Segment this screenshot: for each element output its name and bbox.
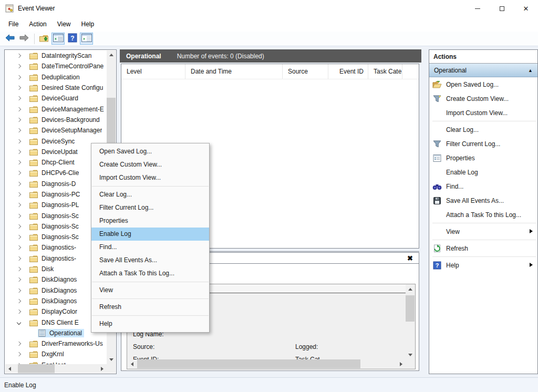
expand-chevron-icon[interactable] — [16, 267, 22, 271]
menu-view[interactable]: View — [52, 18, 76, 30]
tree-item-devicesetupmanager[interactable]: DeviceSetupManager — [5, 125, 107, 136]
action-item-attach-a-task-to-this-log[interactable]: Attach a Task To this Log... — [429, 208, 537, 222]
details-horizontal-scrollbar[interactable] — [128, 359, 406, 368]
expand-chevron-icon[interactable] — [16, 193, 22, 196]
expand-chevron-icon[interactable] — [16, 203, 22, 207]
close-button[interactable]: ✕ — [514, 0, 538, 17]
action-item-properties[interactable]: Properties — [429, 151, 537, 165]
context-menu-item-enable-log[interactable]: Enable Log — [91, 228, 209, 241]
context-menu-item-save-all-events-as[interactable]: Save All Events As... — [91, 254, 209, 267]
tree-hscroll-thumb[interactable] — [18, 364, 55, 373]
column-header-source[interactable]: Source — [283, 64, 328, 79]
context-menu-item-properties[interactable]: Properties — [91, 214, 209, 228]
expand-chevron-icon[interactable] — [16, 161, 22, 164]
details-vertical-scrollbar[interactable] — [406, 285, 415, 359]
tree-item-dataintegrityscan[interactable]: DataIntegrityScan — [5, 50, 107, 61]
scroll-down-arrow-icon[interactable] — [107, 355, 116, 364]
action-item-find[interactable]: Find... — [429, 179, 537, 193]
menu-action[interactable]: Action — [24, 18, 51, 30]
column-header-task-cate-[interactable]: Task Cate... — [368, 64, 402, 79]
expand-chevron-icon[interactable] — [16, 310, 22, 313]
tree-item-desired-state-configu[interactable]: Desired State Configu — [5, 82, 107, 93]
up-one-level-button[interactable] — [37, 33, 50, 45]
menu-file[interactable]: File — [3, 18, 24, 30]
action-item-clear-log[interactable]: Clear Log... — [429, 122, 537, 137]
scroll-up-arrow-icon[interactable] — [107, 50, 116, 59]
collapse-chevron-icon[interactable] — [16, 321, 22, 324]
action-item-help[interactable]: ?Help — [429, 258, 537, 272]
minimize-button[interactable] — [465, 0, 490, 17]
tree-item-deviceguard[interactable]: DeviceGuard — [5, 93, 107, 104]
expand-chevron-icon[interactable] — [16, 342, 22, 345]
tree-item-devicemanagement-e[interactable]: DeviceManagement-E — [5, 104, 107, 114]
expand-chevron-icon[interactable] — [16, 257, 22, 260]
action-item-open-saved-log[interactable]: Open Saved Log... — [429, 77, 537, 91]
show-action-pane-button[interactable] — [80, 33, 93, 45]
action-item-refresh[interactable]: Refresh — [429, 241, 537, 255]
tree-item-driverframeworks-us[interactable]: DriverFrameworks-Us — [5, 338, 107, 349]
column-header-date-and-time[interactable]: Date and Time — [185, 64, 283, 79]
expand-chevron-icon[interactable] — [16, 214, 22, 218]
expand-chevron-icon[interactable] — [16, 235, 22, 239]
context-menu-item-help[interactable]: Help — [91, 317, 209, 331]
scroll-left-arrow-icon[interactable] — [128, 359, 137, 368]
tree-item-datetimecontrolpane[interactable]: DateTimeControlPane — [5, 61, 107, 71]
actions-section-header[interactable]: Operational ▲ — [429, 64, 537, 77]
expand-chevron-icon[interactable] — [16, 300, 22, 303]
expand-chevron-icon[interactable] — [16, 97, 22, 100]
expand-chevron-icon[interactable] — [16, 150, 22, 153]
scroll-left-arrow-icon[interactable] — [5, 364, 14, 373]
expand-chevron-icon[interactable] — [16, 225, 22, 228]
context-menu-item-find[interactable]: Find... — [91, 241, 209, 254]
context-menu-item-create-custom-view[interactable]: Create Custom View... — [91, 158, 209, 171]
action-item-create-custom-view[interactable]: Create Custom View... — [429, 91, 537, 106]
context-menu-item-attach-a-task-to-this-log[interactable]: Attach a Task To this Log... — [91, 267, 209, 280]
expand-chevron-icon[interactable] — [16, 76, 22, 79]
details-hscroll-thumb[interactable] — [137, 359, 360, 368]
column-header-event-id[interactable]: Event ID — [328, 64, 368, 79]
scroll-right-arrow-icon[interactable] — [98, 364, 107, 373]
column-header-level[interactable]: Level — [121, 64, 185, 79]
tree-item-eaphost[interactable]: EapHost — [5, 360, 107, 364]
expand-chevron-icon[interactable] — [16, 129, 22, 132]
tree-item-dxgkrnl[interactable]: DxgKrnl — [5, 349, 107, 359]
expand-chevron-icon[interactable] — [16, 65, 22, 68]
context-menu-item-refresh[interactable]: Refresh — [91, 301, 209, 314]
scroll-right-arrow-icon[interactable] — [397, 359, 406, 368]
context-menu-item-filter-current-log[interactable]: Filter Current Log... — [91, 201, 209, 214]
expand-chevron-icon[interactable] — [16, 171, 22, 174]
action-item-enable-log[interactable]: Enable Log — [429, 165, 537, 179]
maximize-button[interactable] — [490, 0, 514, 17]
expand-chevron-icon[interactable] — [16, 246, 22, 249]
scroll-up-arrow-icon[interactable] — [406, 285, 415, 294]
tree-item-deduplication[interactable]: Deduplication — [5, 72, 107, 82]
expand-chevron-icon[interactable] — [16, 118, 22, 121]
menu-help[interactable]: Help — [76, 18, 100, 30]
tree-horizontal-scrollbar[interactable] — [5, 364, 107, 373]
context-menu-item-open-saved-log[interactable]: Open Saved Log... — [91, 145, 209, 158]
expand-chevron-icon[interactable] — [16, 86, 22, 89]
expand-chevron-icon[interactable] — [16, 353, 22, 356]
forward-button[interactable] — [17, 33, 30, 45]
collapse-section-icon[interactable]: ▲ — [528, 68, 533, 73]
back-button[interactable] — [3, 33, 16, 45]
scroll-down-arrow-icon[interactable] — [406, 350, 415, 359]
action-item-import-custom-view[interactable]: Import Custom View... — [429, 106, 537, 120]
preview-close-button[interactable]: ✖ — [407, 254, 413, 263]
tree-item-devices-background[interactable]: Devices-Background — [5, 115, 107, 125]
expand-chevron-icon[interactable] — [16, 278, 22, 281]
expand-chevron-icon[interactable] — [16, 182, 22, 185]
expand-chevron-icon[interactable] — [16, 140, 22, 143]
action-item-save-all-events-as[interactable]: Save All Events As... — [429, 193, 537, 208]
context-menu-item-view[interactable]: View — [91, 284, 209, 297]
show-console-tree-button[interactable] — [51, 33, 65, 45]
context-menu-item-import-custom-view[interactable]: Import Custom View... — [91, 171, 209, 184]
action-item-view[interactable]: View — [429, 224, 537, 239]
help-button[interactable]: ? — [66, 33, 79, 45]
expand-chevron-icon[interactable] — [16, 54, 22, 57]
action-item-filter-current-log[interactable]: Filter Current Log... — [429, 137, 537, 151]
expand-chevron-icon[interactable] — [16, 289, 22, 292]
details-vscroll-thumb[interactable] — [406, 295, 415, 322]
expand-chevron-icon[interactable] — [16, 108, 22, 111]
context-menu-item-clear-log[interactable]: Clear Log... — [91, 188, 209, 201]
